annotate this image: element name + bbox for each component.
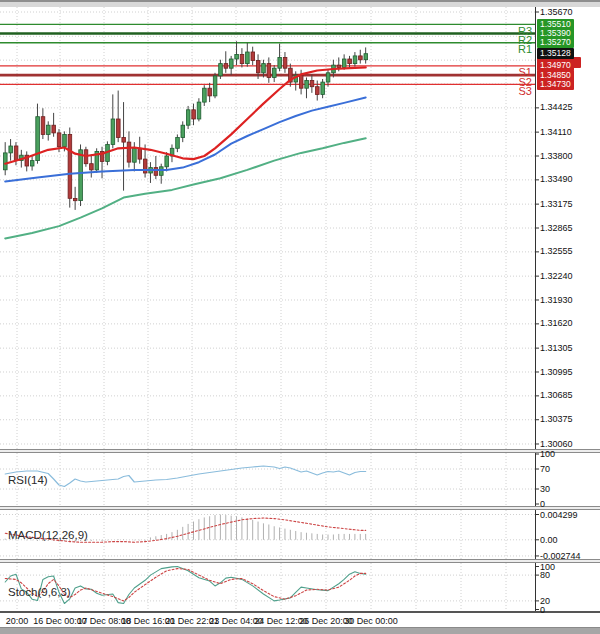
candle-up bbox=[203, 88, 207, 102]
candle-down bbox=[41, 117, 45, 135]
candle-down bbox=[283, 57, 287, 68]
macd-label: MACD(12,26,9) bbox=[8, 529, 88, 542]
candle-down bbox=[348, 59, 352, 64]
candle-up bbox=[364, 54, 368, 60]
chart-canvas[interactable] bbox=[0, 0, 600, 634]
candle-up bbox=[197, 102, 201, 119]
candle-up bbox=[160, 167, 164, 176]
candle-up bbox=[47, 125, 51, 134]
candle-down bbox=[310, 81, 314, 87]
candle-up bbox=[4, 153, 8, 170]
candle-up bbox=[186, 110, 190, 125]
rsi-line bbox=[5, 466, 366, 487]
candle-down bbox=[251, 52, 255, 61]
candle-up bbox=[9, 146, 13, 153]
candle-up bbox=[326, 73, 330, 82]
candle-down bbox=[52, 125, 56, 133]
rsi-label: RSI(14) bbox=[8, 474, 48, 487]
candle-up bbox=[262, 64, 266, 73]
candle-down bbox=[68, 134, 72, 198]
candle-up bbox=[230, 59, 234, 68]
candle-down bbox=[57, 133, 61, 147]
time-label: 20:00 bbox=[6, 616, 29, 626]
candle-down bbox=[73, 198, 77, 200]
candle-up bbox=[133, 148, 137, 162]
candle-down bbox=[117, 119, 121, 138]
candle-up bbox=[246, 52, 250, 64]
trading-chart-window: RSI(14) MACD(12,26,9) Stoch(9,6,3) 1.356… bbox=[0, 0, 600, 634]
candle-down bbox=[143, 159, 147, 173]
panel-separator[interactable] bbox=[0, 506, 600, 510]
candle-down bbox=[14, 146, 18, 161]
candle-up bbox=[213, 76, 217, 96]
candle-up bbox=[30, 161, 34, 166]
panel-separator[interactable] bbox=[0, 449, 600, 453]
candle-up bbox=[219, 64, 223, 76]
candle-up bbox=[176, 138, 180, 149]
candle-up bbox=[235, 54, 239, 59]
candle-up bbox=[63, 134, 67, 146]
candle-down bbox=[127, 142, 131, 162]
candle-down bbox=[154, 168, 158, 176]
candle-down bbox=[192, 110, 196, 119]
time-label: 30 Dec 00:00 bbox=[344, 616, 398, 626]
window-bottom-edge bbox=[0, 627, 600, 634]
time-axis[interactable]: 20:0016 Dec 00:0017 Dec 08:0018 Dec 16:0… bbox=[0, 613, 600, 627]
candle-up bbox=[79, 150, 83, 201]
candle-down bbox=[90, 164, 94, 170]
candle-down bbox=[359, 56, 363, 60]
candle-up bbox=[305, 81, 309, 89]
candle-up bbox=[321, 82, 325, 94]
candle-up bbox=[181, 125, 185, 137]
candle-up bbox=[353, 56, 357, 64]
candle-up bbox=[165, 156, 169, 167]
candle-down bbox=[267, 64, 271, 78]
stoch-label: Stoch(9,6,3) bbox=[8, 586, 71, 599]
panel-separator[interactable] bbox=[0, 559, 600, 563]
candle-down bbox=[240, 54, 244, 63]
candle-down bbox=[337, 65, 341, 67]
candle-down bbox=[299, 75, 303, 88]
candle-up bbox=[278, 57, 282, 68]
candle-down bbox=[256, 61, 260, 73]
ma-slow-green bbox=[5, 138, 366, 238]
candle-down bbox=[316, 87, 320, 95]
candle-up bbox=[273, 68, 277, 77]
candle-up bbox=[111, 119, 115, 144]
candle-down bbox=[122, 138, 126, 143]
candle-down bbox=[138, 148, 142, 159]
candle-down bbox=[208, 88, 212, 96]
candle-up bbox=[342, 59, 346, 68]
candle-down bbox=[224, 64, 228, 69]
